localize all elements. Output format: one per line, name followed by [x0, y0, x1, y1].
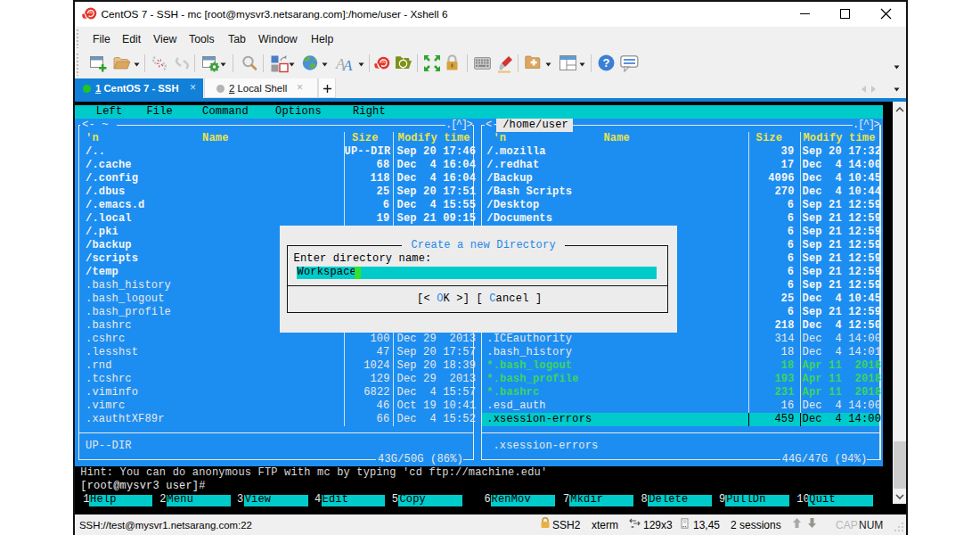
svg-text:A: A: [342, 57, 353, 74]
svg-text:?: ?: [603, 56, 610, 70]
